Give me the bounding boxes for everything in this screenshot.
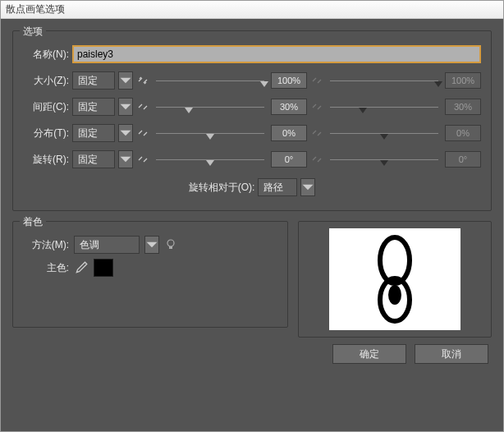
spacing-label: 间距(C): [23, 100, 69, 114]
rotation-relative-label: 旋转相对于(O): [189, 181, 255, 195]
link-icon [310, 153, 323, 166]
link-icon[interactable] [136, 153, 149, 166]
spacing-mode-select[interactable]: 固定 [72, 98, 115, 116]
method-dropdown[interactable] [144, 236, 159, 254]
options-legend: 选项 [20, 25, 46, 39]
name-input[interactable] [72, 45, 481, 63]
svg-point-4 [388, 285, 401, 305]
colorization-legend: 着色 [20, 215, 46, 229]
rotation-mode-select[interactable]: 固定 [72, 150, 115, 168]
spacing-value-2: 30% [445, 99, 481, 115]
cancel-button[interactable]: 取消 [415, 344, 488, 364]
method-select[interactable]: 色调 [74, 236, 140, 254]
rotation-relative-select[interactable]: 路径 [258, 178, 297, 196]
preview-panel [298, 221, 492, 338]
rotation-value-2: 0° [445, 151, 481, 168]
scatter-mode-dropdown[interactable] [118, 124, 133, 142]
rotation-label: 旋转(R): [23, 153, 69, 167]
size-label: 大小(Z): [23, 74, 69, 88]
ok-button[interactable]: 确定 [332, 344, 406, 364]
rotation-mode-dropdown[interactable] [118, 150, 133, 168]
keycolor-swatch[interactable] [94, 259, 113, 277]
spacing-slider-2 [330, 99, 438, 115]
spacing-slider-1[interactable] [156, 99, 264, 115]
lower-row: 着色 方法(M): 色调 主色: [12, 221, 492, 338]
rotation-row: 旋转(R): 固定 0° 0° [23, 148, 481, 171]
scatter-label: 分布(T): [23, 126, 69, 140]
spacing-row: 间距(C): 固定 30% 30% [23, 95, 481, 118]
spacing-value-1[interactable]: 30% [271, 99, 307, 115]
scatter-mode-select[interactable]: 固定 [72, 124, 115, 142]
tips-icon[interactable] [164, 238, 177, 251]
eyedropper-icon[interactable] [74, 260, 89, 275]
dialog-body: 选项 名称(N): 大小(Z): 固定 100% 100% 间距(C): 固 [1, 19, 503, 431]
scatter-slider-2 [330, 125, 438, 141]
method-row: 方法(M): 色调 [23, 233, 277, 256]
scatter-slider-1[interactable] [156, 125, 264, 141]
keycolor-label: 主色: [23, 261, 69, 275]
button-bar: 确定 取消 [12, 338, 492, 364]
method-label: 方法(M): [23, 238, 69, 252]
name-row: 名称(N): [23, 43, 481, 66]
link-icon[interactable] [136, 74, 149, 87]
link-icon [310, 74, 323, 87]
link-icon [310, 100, 323, 113]
colorization-fieldset: 着色 方法(M): 色调 主色: [12, 221, 288, 328]
options-fieldset: 选项 名称(N): 大小(Z): 固定 100% 100% 间距(C): 固 [12, 30, 492, 211]
dialog-title: 散点画笔选项 [6, 2, 65, 16]
size-mode-select[interactable]: 固定 [72, 71, 115, 90]
scatter-value-2: 0% [445, 125, 481, 141]
name-label: 名称(N): [23, 48, 69, 62]
size-row: 大小(Z): 固定 100% 100% [23, 69, 481, 92]
rotation-slider-2 [330, 151, 438, 168]
size-value-2: 100% [445, 72, 481, 89]
rotation-relative-row: 旋转相对于(O): 路径 [23, 176, 481, 199]
link-icon[interactable] [136, 100, 149, 113]
spacing-mode-dropdown[interactable] [118, 98, 133, 116]
svg-point-0 [167, 240, 174, 246]
rotation-slider-1[interactable] [156, 151, 264, 168]
scatter-value-1[interactable]: 0% [271, 125, 307, 141]
svg-rect-1 [169, 246, 172, 249]
size-slider-2 [330, 72, 438, 89]
brush-preview [329, 228, 460, 330]
scatter-brush-options-dialog: 散点画笔选项 选项 名称(N): 大小(Z): 固定 100% 100% [0, 0, 504, 432]
keycolor-row: 主色: [23, 256, 277, 279]
size-mode-dropdown[interactable] [118, 71, 133, 90]
link-icon [310, 126, 323, 140]
size-value-1[interactable]: 100% [271, 72, 307, 89]
rotation-value-1[interactable]: 0° [271, 151, 307, 168]
rotation-relative-dropdown[interactable] [300, 178, 315, 196]
dialog-titlebar[interactable]: 散点画笔选项 [1, 1, 503, 19]
link-icon[interactable] [136, 126, 149, 140]
size-slider-1[interactable] [156, 72, 264, 89]
scatter-row: 分布(T): 固定 0% 0% [23, 122, 481, 145]
